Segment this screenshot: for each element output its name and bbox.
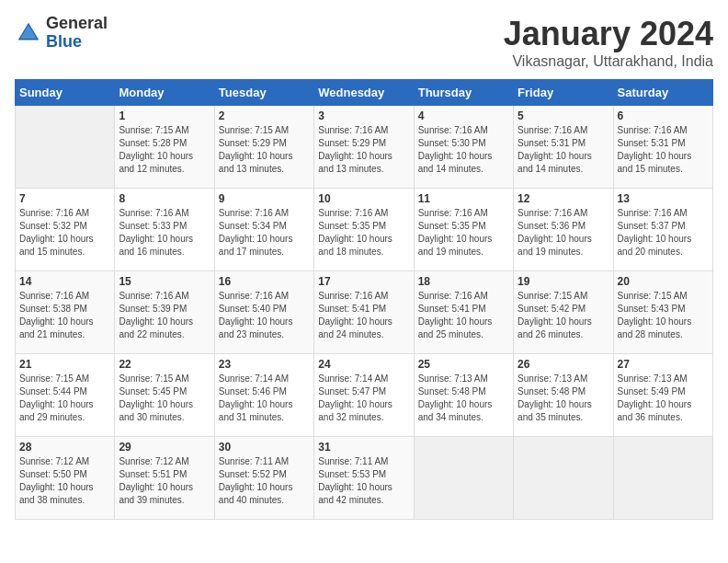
day-info: Sunrise: 7:14 AM Sunset: 5:46 PM Dayligh… xyxy=(219,373,310,424)
day-info: Sunrise: 7:16 AM Sunset: 5:32 PM Dayligh… xyxy=(19,207,110,259)
day-info: Sunrise: 7:16 AM Sunset: 5:41 PM Dayligh… xyxy=(418,290,509,341)
day-number: 29 xyxy=(119,441,210,454)
calendar-cell: 31Sunrise: 7:11 AM Sunset: 5:53 PM Dayli… xyxy=(314,437,414,520)
day-number: 20 xyxy=(618,275,709,288)
calendar-cell: 30Sunrise: 7:11 AM Sunset: 5:52 PM Dayli… xyxy=(214,437,313,520)
day-number: 5 xyxy=(518,109,609,122)
calendar-cell xyxy=(514,437,613,520)
day-number: 16 xyxy=(219,275,310,288)
day-info: Sunrise: 7:16 AM Sunset: 5:31 PM Dayligh… xyxy=(518,124,609,176)
day-number: 25 xyxy=(418,358,509,371)
day-info: Sunrise: 7:16 AM Sunset: 5:34 PM Dayligh… xyxy=(219,207,310,259)
calendar-cell: 9Sunrise: 7:16 AM Sunset: 5:34 PM Daylig… xyxy=(214,189,313,271)
day-number: 7 xyxy=(19,192,110,205)
logo: General Blue xyxy=(15,15,108,52)
day-number: 1 xyxy=(119,109,210,122)
calendar-cell: 28Sunrise: 7:12 AM Sunset: 5:50 PM Dayli… xyxy=(16,437,115,520)
day-number: 19 xyxy=(518,275,609,288)
calendar-cell: 24Sunrise: 7:14 AM Sunset: 5:47 PM Dayli… xyxy=(314,354,414,437)
day-number: 12 xyxy=(518,192,609,205)
day-info: Sunrise: 7:16 AM Sunset: 5:33 PM Dayligh… xyxy=(119,207,210,259)
calendar-cell: 15Sunrise: 7:16 AM Sunset: 5:39 PM Dayli… xyxy=(115,271,214,354)
calendar-cell: 5Sunrise: 7:16 AM Sunset: 5:31 PM Daylig… xyxy=(514,106,613,189)
calendar-cell: 8Sunrise: 7:16 AM Sunset: 5:33 PM Daylig… xyxy=(115,189,214,271)
calendar-cell: 2Sunrise: 7:15 AM Sunset: 5:29 PM Daylig… xyxy=(214,106,313,189)
calendar-cell: 25Sunrise: 7:13 AM Sunset: 5:48 PM Dayli… xyxy=(414,354,513,437)
calendar-header: SundayMondayTuesdayWednesdayThursdayFrid… xyxy=(16,80,713,106)
title-block: January 2024 Vikasnagar, Uttarakhand, In… xyxy=(504,15,713,70)
week-row-4: 28Sunrise: 7:12 AM Sunset: 5:50 PM Dayli… xyxy=(16,437,713,520)
day-info: Sunrise: 7:16 AM Sunset: 5:30 PM Dayligh… xyxy=(418,124,509,176)
day-info: Sunrise: 7:16 AM Sunset: 5:41 PM Dayligh… xyxy=(318,290,409,341)
logo-text: General Blue xyxy=(46,15,108,52)
header-thursday: Thursday xyxy=(414,80,513,106)
day-number: 23 xyxy=(219,358,310,371)
logo-general: General xyxy=(46,15,108,33)
day-number: 15 xyxy=(119,275,210,288)
calendar-cell: 14Sunrise: 7:16 AM Sunset: 5:38 PM Dayli… xyxy=(16,271,115,354)
calendar-cell: 1Sunrise: 7:15 AM Sunset: 5:28 PM Daylig… xyxy=(115,106,214,189)
calendar-cell: 10Sunrise: 7:16 AM Sunset: 5:35 PM Dayli… xyxy=(314,189,414,271)
day-info: Sunrise: 7:16 AM Sunset: 5:40 PM Dayligh… xyxy=(219,290,310,341)
day-number: 31 xyxy=(318,441,409,454)
day-info: Sunrise: 7:12 AM Sunset: 5:51 PM Dayligh… xyxy=(119,455,210,507)
day-number: 10 xyxy=(318,192,409,205)
week-row-2: 14Sunrise: 7:16 AM Sunset: 5:38 PM Dayli… xyxy=(16,271,713,354)
calendar-body: 1Sunrise: 7:15 AM Sunset: 5:28 PM Daylig… xyxy=(16,106,713,520)
day-number: 11 xyxy=(418,192,509,205)
main-title: January 2024 xyxy=(504,15,713,53)
day-number: 2 xyxy=(219,109,310,122)
day-info: Sunrise: 7:16 AM Sunset: 5:29 PM Dayligh… xyxy=(318,124,409,176)
logo-icon xyxy=(15,19,42,47)
day-number: 4 xyxy=(418,109,509,122)
calendar-cell: 6Sunrise: 7:16 AM Sunset: 5:31 PM Daylig… xyxy=(613,106,712,189)
page-header: General Blue January 2024 Vikasnagar, Ut… xyxy=(15,15,713,70)
calendar-cell: 13Sunrise: 7:16 AM Sunset: 5:37 PM Dayli… xyxy=(613,189,712,271)
subtitle: Vikasnagar, Uttarakhand, India xyxy=(504,53,713,70)
header-row: SundayMondayTuesdayWednesdayThursdayFrid… xyxy=(16,80,713,106)
day-number: 21 xyxy=(19,358,110,371)
day-number: 14 xyxy=(19,275,110,288)
calendar-cell: 17Sunrise: 7:16 AM Sunset: 5:41 PM Dayli… xyxy=(314,271,414,354)
calendar-cell: 16Sunrise: 7:16 AM Sunset: 5:40 PM Dayli… xyxy=(214,271,313,354)
calendar-cell: 3Sunrise: 7:16 AM Sunset: 5:29 PM Daylig… xyxy=(314,106,414,189)
week-row-0: 1Sunrise: 7:15 AM Sunset: 5:28 PM Daylig… xyxy=(16,106,713,189)
day-number: 24 xyxy=(318,358,409,371)
calendar-cell: 21Sunrise: 7:15 AM Sunset: 5:44 PM Dayli… xyxy=(16,354,115,437)
header-monday: Monday xyxy=(115,80,214,106)
week-row-3: 21Sunrise: 7:15 AM Sunset: 5:44 PM Dayli… xyxy=(16,354,713,437)
calendar-cell: 22Sunrise: 7:15 AM Sunset: 5:45 PM Dayli… xyxy=(115,354,214,437)
day-number: 6 xyxy=(618,109,709,122)
calendar-cell: 23Sunrise: 7:14 AM Sunset: 5:46 PM Dayli… xyxy=(214,354,313,437)
day-number: 27 xyxy=(618,358,709,371)
header-wednesday: Wednesday xyxy=(314,80,414,106)
day-info: Sunrise: 7:16 AM Sunset: 5:35 PM Dayligh… xyxy=(418,207,509,259)
calendar-table: SundayMondayTuesdayWednesdayThursdayFrid… xyxy=(15,79,713,520)
day-number: 3 xyxy=(318,109,409,122)
svg-marker-1 xyxy=(20,25,37,39)
day-info: Sunrise: 7:16 AM Sunset: 5:38 PM Dayligh… xyxy=(19,290,110,341)
day-number: 17 xyxy=(318,275,409,288)
day-info: Sunrise: 7:13 AM Sunset: 5:48 PM Dayligh… xyxy=(418,373,509,424)
day-info: Sunrise: 7:15 AM Sunset: 5:42 PM Dayligh… xyxy=(518,290,609,341)
day-info: Sunrise: 7:13 AM Sunset: 5:48 PM Dayligh… xyxy=(518,373,609,424)
calendar-cell: 29Sunrise: 7:12 AM Sunset: 5:51 PM Dayli… xyxy=(115,437,214,520)
day-info: Sunrise: 7:16 AM Sunset: 5:36 PM Dayligh… xyxy=(518,207,609,259)
day-info: Sunrise: 7:11 AM Sunset: 5:53 PM Dayligh… xyxy=(318,455,409,507)
day-info: Sunrise: 7:16 AM Sunset: 5:39 PM Dayligh… xyxy=(119,290,210,341)
calendar-cell xyxy=(16,106,115,189)
day-info: Sunrise: 7:15 AM Sunset: 5:28 PM Dayligh… xyxy=(119,124,210,176)
calendar-cell: 4Sunrise: 7:16 AM Sunset: 5:30 PM Daylig… xyxy=(414,106,513,189)
day-info: Sunrise: 7:15 AM Sunset: 5:45 PM Dayligh… xyxy=(119,373,210,424)
header-friday: Friday xyxy=(514,80,613,106)
day-info: Sunrise: 7:16 AM Sunset: 5:31 PM Dayligh… xyxy=(618,124,709,176)
day-info: Sunrise: 7:16 AM Sunset: 5:35 PM Dayligh… xyxy=(318,207,409,259)
header-sunday: Sunday xyxy=(16,80,115,106)
day-info: Sunrise: 7:11 AM Sunset: 5:52 PM Dayligh… xyxy=(219,455,310,507)
day-number: 30 xyxy=(219,441,310,454)
calendar-cell: 7Sunrise: 7:16 AM Sunset: 5:32 PM Daylig… xyxy=(16,189,115,271)
calendar-cell: 11Sunrise: 7:16 AM Sunset: 5:35 PM Dayli… xyxy=(414,189,513,271)
day-number: 18 xyxy=(418,275,509,288)
day-info: Sunrise: 7:15 AM Sunset: 5:44 PM Dayligh… xyxy=(19,373,110,424)
day-number: 28 xyxy=(19,441,110,454)
